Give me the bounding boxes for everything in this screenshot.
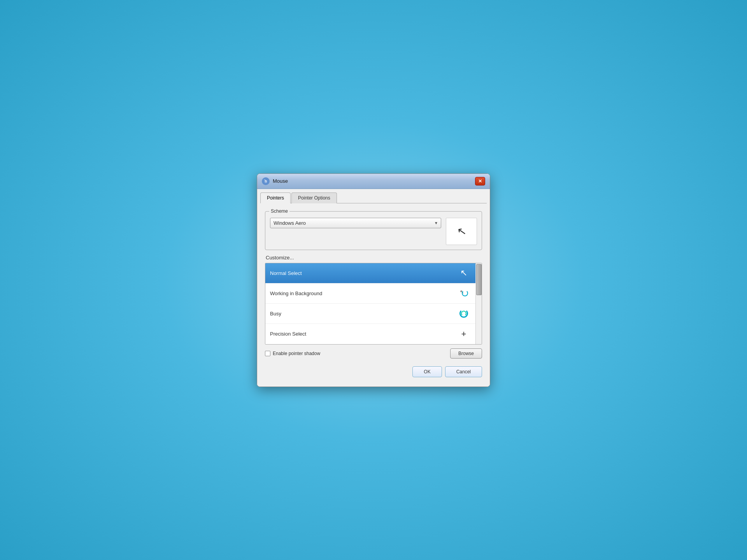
scheme-dropdown[interactable]: Windows Aero Windows Black Windows Defau… [270, 218, 441, 228]
working-background-cursor-icon: ↖ [457, 290, 471, 296]
enable-shadow-checkbox[interactable] [265, 351, 270, 356]
scheme-legend: Scheme [269, 208, 289, 214]
content-area: Scheme Windows Aero Windows Black Window… [260, 208, 487, 383]
cursor-list: Normal Select ↖ Working in Background ↖ [265, 263, 482, 345]
bottom-row: Enable pointer shadow Browse [265, 348, 482, 359]
list-container: Normal Select ↖ Working in Background ↖ [265, 263, 482, 344]
tab-pointers[interactable]: Pointers [260, 192, 291, 203]
scroll-thumb[interactable] [476, 264, 482, 295]
list-item-precision-label: Precision Select [270, 331, 306, 337]
browse-button[interactable]: Browse [450, 348, 482, 359]
normal-select-cursor-icon: ↖ [457, 268, 471, 278]
window-icon: 🖱 [262, 177, 270, 185]
list-item-precision-select[interactable]: Precision Select + [265, 324, 475, 344]
preview-cursor-icon: ↖ [456, 224, 467, 238]
scheme-dropdown-wrap: Windows Aero Windows Black Windows Defau… [270, 215, 441, 245]
ok-button[interactable]: OK [412, 366, 442, 377]
tabs-bar: Pointers Pointer Options [260, 192, 487, 203]
buttons-row: OK Cancel [265, 365, 482, 379]
precision-select-cursor-icon: + [457, 329, 471, 339]
mouse-dialog: 🖱 Mouse ✕ Pointers Pointer Options Schem… [257, 173, 490, 387]
list-scrollbar[interactable] [475, 263, 482, 344]
list-item-busy-label: Busy [270, 311, 281, 317]
busy-cursor-icon [457, 309, 471, 318]
list-item-normal-select-label: Normal Select [270, 270, 302, 276]
window-title: Mouse [273, 178, 472, 184]
customize-label: Customize... [265, 255, 482, 261]
enable-shadow-text: Enable pointer shadow [273, 351, 320, 356]
working-icon: ↖ [460, 290, 468, 296]
cancel-button[interactable]: Cancel [445, 366, 482, 377]
dialog-body: Pointers Pointer Options Scheme Windows … [257, 189, 490, 387]
list-item-working-label: Working in Background [270, 290, 322, 296]
scheme-group: Scheme Windows Aero Windows Black Window… [265, 211, 482, 250]
tab-pointer-options[interactable]: Pointer Options [291, 192, 337, 203]
working-ring-icon [462, 290, 468, 296]
list-item-busy[interactable]: Busy [265, 304, 475, 324]
close-button[interactable]: ✕ [475, 177, 485, 186]
enable-shadow-label[interactable]: Enable pointer shadow [265, 351, 320, 356]
list-item-working-background[interactable]: Working in Background ↖ [265, 284, 475, 304]
busy-spinner-icon [459, 309, 468, 318]
cursor-preview: ↖ [446, 218, 477, 245]
list-item-normal-select[interactable]: Normal Select ↖ [265, 263, 475, 284]
scheme-dropdown-wrapper: Windows Aero Windows Black Windows Defau… [270, 218, 441, 228]
list-items: Normal Select ↖ Working in Background ↖ [265, 263, 475, 344]
title-bar: 🖱 Mouse ✕ [257, 174, 490, 189]
